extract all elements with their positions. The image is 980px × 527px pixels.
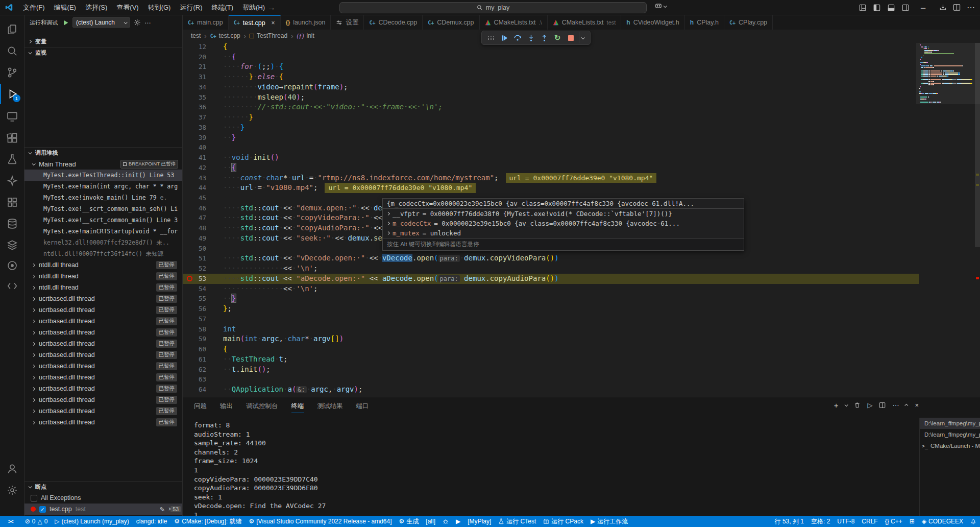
code-line-40[interactable]: 40 xyxy=(183,142,919,153)
callstack-section-header[interactable]: 调用堆栈 xyxy=(24,147,182,158)
statusbar-right-1[interactable]: 空格: 2 xyxy=(807,516,834,527)
statusbar-left-4[interactable]: ⚙CMake: [Debug]: 就绪 xyxy=(170,516,245,527)
code-line-42[interactable]: 42··{ xyxy=(183,163,919,173)
copilot-menu-icon[interactable] xyxy=(655,3,666,10)
toolbar-grip-icon[interactable] xyxy=(486,32,496,43)
code-line-54[interactable]: 54··············<<·'\n'; xyxy=(183,284,919,294)
statusbar-left-2[interactable]: ▷(ctest) Launch (my_play) xyxy=(51,516,132,527)
snippets-icon[interactable] xyxy=(0,276,24,296)
step-over-button[interactable] xyxy=(512,32,523,43)
thread-row[interactable]: ucrtbased.dll thread已暂停 xyxy=(24,293,182,304)
breadcrumb-item-test[interactable]: test xyxy=(191,32,201,39)
remote-targets-icon[interactable] xyxy=(0,192,24,212)
statusbar-left-8[interactable] xyxy=(439,516,452,527)
breakpoint-checkbox[interactable]: ✓ xyxy=(39,506,46,513)
code-line-51[interactable]: 51····std::cout·<<·"vDecode.open:·"·<<·v… xyxy=(183,253,919,264)
stop-button[interactable] xyxy=(566,32,576,43)
tab-CPlay.h[interactable]: hCPlay.h xyxy=(685,15,724,30)
forward-arrow-icon[interactable]: → xyxy=(267,3,276,12)
editor-scrollbar[interactable] xyxy=(975,43,980,247)
terminal-dropdown-icon[interactable] xyxy=(845,403,848,406)
menu-item-5[interactable]: 运行(R) xyxy=(175,4,207,11)
code-line-60[interactable]: 60{ xyxy=(183,344,919,354)
code-line-39[interactable]: 39··} xyxy=(183,133,919,143)
watch-section-header[interactable]: 监视 xyxy=(24,47,182,58)
breakpoint-paused-icon[interactable] xyxy=(187,276,192,281)
code-line-59[interactable]: 59main(int·argc,·char*·argv[]) xyxy=(183,334,919,344)
code-line-31[interactable]: 31······}·else·{ xyxy=(183,72,919,82)
terminal-output[interactable]: format: 8audioStream: 1sample_rate: 4410… xyxy=(194,421,326,527)
code-line-20[interactable]: 20··{ xyxy=(183,52,919,62)
panel-tab-测试结果[interactable]: 测试结果 xyxy=(317,402,343,411)
code-line-57[interactable]: 57 xyxy=(183,314,919,324)
account-icon[interactable] xyxy=(0,459,24,479)
tab-CDecode.cpp[interactable]: C+CDecode.cpp xyxy=(364,15,423,30)
toggle-secondary-sidebar-icon[interactable] xyxy=(902,4,909,11)
run-task-icon[interactable]: ▷ xyxy=(867,401,872,409)
thread-row[interactable]: ucrtbased.dll thread已暂停 xyxy=(24,338,182,349)
statusbar-left-0[interactable]: >< xyxy=(0,516,21,527)
callstack-main-thread[interactable]: Main Thread BREAKPOINT 已暂停 xyxy=(24,158,182,170)
stack-frame[interactable]: kernel32.dll!00007ffcf292e8d7() 未.. xyxy=(24,237,182,248)
explorer-icon[interactable] xyxy=(0,19,24,40)
menu-item-2[interactable]: 选择(S) xyxy=(81,4,112,11)
tooltip-variable-row[interactable]: m_mutex = unlocked xyxy=(383,228,744,238)
containers-icon[interactable] xyxy=(0,235,24,255)
close-panel-icon[interactable]: × xyxy=(915,401,919,409)
more-actions-icon[interactable]: ⋯ xyxy=(144,19,151,27)
database-icon[interactable] xyxy=(0,213,24,234)
terminal-list-item[interactable]: D:\learn_ffmpeg\my_play\b... xyxy=(920,429,980,440)
tab-launch.json[interactable]: {}launch.json xyxy=(281,15,331,30)
back-arrow-icon[interactable]: ← xyxy=(252,3,260,12)
code-line-63[interactable]: 63 xyxy=(183,374,919,385)
code-line-64[interactable]: 64··QApplication·a(&:·argc,·argv); xyxy=(183,385,919,395)
menu-item-6[interactable]: 终端(T) xyxy=(207,4,238,11)
source-control-icon[interactable] xyxy=(0,62,24,83)
tab-设置[interactable]: 设置 xyxy=(331,15,364,30)
statusbar-right-3[interactable]: CRLF xyxy=(858,516,881,527)
statusbar-left-11[interactable]: 运行 CTest xyxy=(495,516,540,527)
statusbar-right-2[interactable]: UTF-8 xyxy=(834,516,858,527)
thread-row[interactable]: ucrtbased.dll thread已暂停 xyxy=(24,304,182,316)
panel-tab-调试控制台[interactable]: 调试控制台 xyxy=(246,402,278,411)
code-line-34[interactable]: 34········video→repaint(frame); xyxy=(183,82,919,92)
statusbar-left-10[interactable]: [MyPlay] xyxy=(464,516,495,527)
maximize-panel-icon[interactable] xyxy=(905,404,909,408)
stack-frame[interactable]: MyTest.exe!__scrt_common_main() Line 3 xyxy=(24,214,182,226)
code-line-35[interactable]: 35········msleep(40); xyxy=(183,92,919,103)
menu-item-4[interactable]: 转到(G) xyxy=(143,4,176,11)
all-exceptions-checkbox[interactable] xyxy=(31,495,37,501)
debug-dropdown-icon[interactable] xyxy=(579,32,586,43)
variables-section-header[interactable]: 变量 xyxy=(24,36,182,47)
launch-config-select[interactable]: (ctest) Launch xyxy=(72,17,130,28)
terminal-list-item[interactable]: >_CMake/Launch - MyPlay b... xyxy=(920,440,980,451)
gear-icon[interactable] xyxy=(134,19,141,26)
panel-tab-终端[interactable]: 终端 xyxy=(291,402,304,413)
code-line-61[interactable]: 61··TestThread·t; xyxy=(183,354,919,365)
thread-row[interactable]: ucrtbased.dll thread已暂停 xyxy=(24,327,182,338)
code-line-53[interactable]: 53····std::cout·<<·"aDecode.open:·"·<<·a… xyxy=(183,274,919,284)
step-into-button[interactable] xyxy=(526,32,536,43)
stack-frame[interactable]: MyTest.exe!main(int argc, char * * arg xyxy=(24,181,182,192)
stack-frame[interactable]: MyTest.exe!TestThread::init() Line 53 xyxy=(24,170,182,181)
statusbar-left-5[interactable]: ⚙[Visual Studio Community 2022 Release -… xyxy=(246,516,396,527)
run-or-debug-icon[interactable] xyxy=(939,4,947,11)
search-icon[interactable] xyxy=(0,41,24,61)
stack-frame[interactable]: MyTest.exe!mainCRTStartup(void * __for xyxy=(24,226,182,237)
restart-button[interactable]: ↻ xyxy=(552,32,562,43)
code-line-37[interactable]: 37······} xyxy=(183,112,919,123)
menu-item-3[interactable]: 查看(V) xyxy=(112,4,143,11)
kill-terminal-icon[interactable] xyxy=(854,402,861,409)
panel-more-icon[interactable]: ⋯ xyxy=(892,401,899,409)
run-debug-icon[interactable]: 1 xyxy=(0,84,24,104)
statusbar-left-9[interactable]: ▶ xyxy=(452,516,464,527)
stack-frame[interactable]: MyTest.exe!invoke_main() Line 79 e. xyxy=(24,192,182,203)
statusbar-left-13[interactable]: ▶运行工作流 xyxy=(587,516,631,527)
menu-item-0[interactable]: 文件(F) xyxy=(18,4,50,11)
manage-gear-icon[interactable] xyxy=(0,480,24,500)
statusbar-left-6[interactable]: ⚙生成 xyxy=(396,516,423,527)
tab-CVideoWidget.h[interactable]: hCVideoWidget.h xyxy=(621,15,684,30)
tab-CMakeLists.txt[interactable]: CMakeLists.txttest xyxy=(548,15,622,30)
customize-layout-icon[interactable] xyxy=(859,4,866,11)
code-line-55[interactable]: 55··} xyxy=(183,294,919,304)
